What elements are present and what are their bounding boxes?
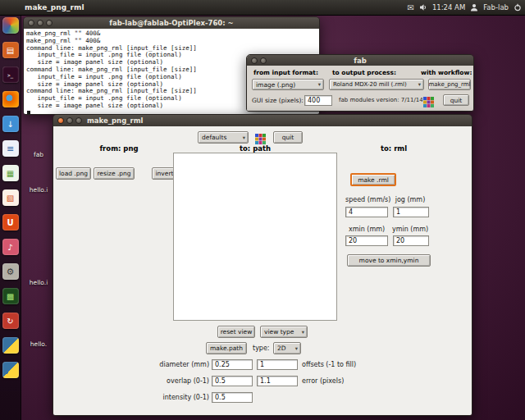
error-input[interactable]: 1.1 — [257, 376, 298, 386]
fab-logo-icon — [423, 95, 434, 111]
session-user-label[interactable]: Fab-lab — [483, 3, 509, 11]
window-buttons — [57, 117, 82, 124]
version-text: fab modules version: 7/11/14 — [339, 96, 423, 105]
software-center-icon[interactable] — [2, 116, 19, 132]
desktop-file[interactable]: hello. — [25, 340, 52, 348]
desktop-file-label: fab — [34, 151, 43, 158]
move-to-xmin-ymin-button[interactable]: move to xmin,ymin — [347, 254, 431, 267]
workflow-button[interactable]: make_png_rml — [428, 79, 471, 90]
dash-home-icon[interactable] — [2, 17, 19, 34]
gui-size-label: GUI size (pixels): — [252, 96, 304, 105]
output-process-header: to output process: — [332, 68, 396, 77]
main-window-title: make_png_rml — [87, 116, 143, 125]
jog-input[interactable]: 1 — [393, 207, 429, 217]
libreoffice-impress-icon[interactable] — [2, 189, 19, 206]
output-process-value: Roland MDX-20 mill (.rml) — [333, 81, 407, 88]
output-process-dropdown[interactable]: Roland MDX-20 mill (.rml) — [329, 79, 424, 90]
overlap-label: overlap (0-1) — [144, 377, 209, 386]
maximize-icon[interactable] — [46, 20, 52, 26]
close-icon[interactable] — [57, 117, 64, 124]
xmin-input[interactable]: 20 — [345, 235, 388, 246]
input-format-header: from input format: — [253, 68, 318, 77]
make-path-button[interactable]: make.path — [206, 342, 247, 354]
workflow-header: with workflow: — [421, 68, 472, 77]
maximize-icon[interactable] — [75, 117, 82, 124]
top-panel: make_png_rml 11:24 AM Fab-lab — [0, 0, 525, 16]
user-icon[interactable] — [470, 3, 478, 11]
main-titlebar[interactable]: make_png_rml — [53, 115, 472, 127]
terminal-icon[interactable] — [2, 66, 19, 83]
files-icon[interactable] — [2, 42, 19, 58]
firefox-icon[interactable] — [2, 91, 19, 107]
fab-window-body: from input format: to output process: wi… — [247, 66, 473, 111]
desktop-file[interactable]: fab — [25, 151, 52, 158]
from-png-header: from: png — [70, 144, 168, 153]
window-buttons — [28, 20, 52, 26]
path-canvas[interactable] — [173, 153, 337, 321]
make-rml-button[interactable]: make .rml — [350, 173, 396, 186]
fab-quit-button[interactable]: quit — [443, 94, 469, 106]
resize-png-button[interactable]: resize .png — [94, 167, 135, 180]
view-type-dropdown[interactable]: view type — [260, 326, 308, 338]
ymin-label: ymin (mm) — [391, 225, 429, 234]
desktop-file-label: hello.i — [30, 186, 48, 194]
main-quit-button[interactable]: quit — [273, 131, 303, 144]
launcher — [0, 15, 21, 420]
minimize-icon[interactable] — [66, 117, 73, 124]
input-format-value: image (.png) — [256, 81, 295, 89]
system-settings-icon[interactable] — [2, 263, 19, 280]
window-buttons — [251, 57, 267, 64]
terminal-title: fab-lab@fablab-OptiPlex-760: ~ — [24, 19, 319, 27]
python-icon[interactable] — [2, 337, 19, 354]
speed-input[interactable]: 4 — [345, 207, 388, 217]
desktop-file[interactable]: hello.i — [25, 186, 52, 194]
indicator-area: 11:24 AM Fab-lab — [408, 3, 523, 12]
to-rml-header: to: rml — [349, 144, 439, 153]
gui-size-input[interactable]: 400 — [304, 95, 332, 106]
intensity-label: intensity (0-1) — [139, 393, 209, 402]
power-icon[interactable] — [514, 3, 522, 11]
python-icon[interactable] — [2, 362, 19, 378]
load-png-button[interactable]: load .png — [56, 167, 91, 180]
ymin-input[interactable]: 20 — [393, 235, 429, 246]
overlap-input[interactable]: 0.5 — [212, 376, 253, 386]
xmin-label: xmin (mm) — [345, 225, 388, 234]
software-updater-icon[interactable] — [2, 313, 19, 329]
offsets-label: offsets (-1 to fill) — [302, 360, 356, 369]
fab-titlebar[interactable]: fab — [247, 55, 473, 66]
reset-view-button[interactable]: reset view — [217, 326, 255, 338]
main-window-body: defaults quit from: png to: path to: rml… — [53, 126, 472, 415]
libreoffice-writer-icon[interactable] — [2, 140, 19, 157]
volume-icon[interactable] — [419, 3, 427, 11]
ubuntu-one-icon[interactable] — [2, 214, 19, 231]
fab-window-title: fab — [247, 57, 473, 65]
rhythmbox-icon[interactable] — [2, 239, 19, 255]
make-png-rml-window: make_png_rml defaults quit from: png to:… — [52, 114, 472, 416]
minimize-icon[interactable] — [37, 20, 43, 26]
diameter-input[interactable]: 0.25 — [212, 359, 253, 370]
desktop-file[interactable]: hello.i — [25, 279, 52, 286]
type-dropdown[interactable]: 2D — [273, 342, 301, 354]
terminal-titlebar[interactable]: fab-lab@fablab-OptiPlex-760: ~ — [24, 17, 319, 30]
diameter-label: diameter (mm) — [144, 360, 209, 369]
messages-icon[interactable] — [408, 3, 414, 12]
defaults-dropdown[interactable]: defaults — [198, 131, 249, 144]
speed-label: speed (mm/s) — [345, 195, 388, 204]
panel-app-title: make_png_rml — [25, 3, 84, 11]
defaults-value: defaults — [202, 134, 226, 141]
intensity-input[interactable]: 0.5 — [212, 392, 253, 403]
input-format-dropdown[interactable]: image (.png) — [252, 79, 324, 90]
desktop-file-label: hello. — [30, 340, 47, 348]
close-icon[interactable] — [251, 57, 258, 64]
desktop-file-label: hello.i — [30, 279, 48, 286]
minimize-icon[interactable] — [260, 57, 267, 64]
offsets-input[interactable]: 1 — [257, 359, 298, 370]
fab-modules-icon[interactable] — [2, 288, 19, 304]
clock[interactable]: 11:24 AM — [432, 3, 465, 11]
libreoffice-calc-icon[interactable] — [2, 165, 19, 181]
close-icon[interactable] — [28, 20, 34, 26]
fab-window: fab from input format: to output process… — [246, 54, 474, 112]
desktop: hello. fab hello.i hello.i hello. make_p… — [0, 0, 525, 420]
error-label: error (pixels) — [302, 377, 344, 386]
view-type-value: view type — [264, 328, 294, 336]
